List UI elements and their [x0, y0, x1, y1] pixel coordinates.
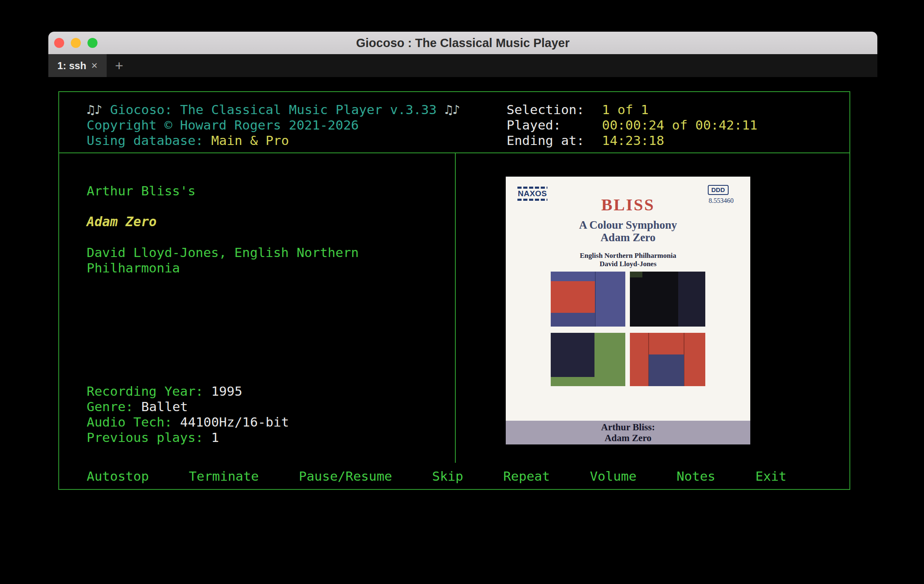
work-title: Adam Zero — [87, 214, 387, 230]
tab-label: 1: ssh — [57, 60, 86, 72]
composer-line: Arthur Bliss's — [87, 183, 387, 199]
detail-row: Audio Tech:44100Hz/16-bit — [87, 414, 289, 430]
menu-item-notes[interactable]: Notes — [677, 469, 715, 484]
album-composer: BLISS — [506, 195, 750, 215]
detail-value: 1 — [211, 430, 219, 445]
detail-label: Recording Year: — [87, 384, 203, 399]
caption-line-1: Arthur Bliss: — [506, 422, 750, 433]
now-playing-panel: Arthur Bliss's Adam Zero David Lloyd-Jon… — [59, 153, 456, 463]
app-title-line: ♫♪Giocoso: The Classical Music Player v.… — [87, 102, 460, 117]
album-work-1: A Colour Symphony — [506, 219, 750, 232]
detail-label: Genre: — [87, 399, 133, 414]
terminal-window: Giocoso : The Classical Music Player 1: … — [48, 32, 877, 528]
ddd-badge: DDD — [708, 185, 729, 195]
window-title: Giocoso : The Classical Music Player — [356, 36, 570, 50]
menu-item-volume[interactable]: Volume — [590, 469, 637, 484]
menu-item-terminate[interactable]: Terminate — [189, 469, 259, 484]
detail-value: Ballet — [141, 399, 188, 414]
status-value: 00:00:24 of 00:42:11 — [602, 117, 757, 132]
giocoso-frame: ♫♪Giocoso: The Classical Music Player v.… — [58, 91, 850, 490]
tab-bar: 1: ssh × + — [48, 54, 877, 77]
album-panel: NAXOS DDD 8.553460 BLISS A Colour Sympho… — [456, 153, 849, 463]
album-work-2: Adam Zero — [506, 231, 750, 244]
status-value: 14:23:18 — [602, 133, 664, 148]
detail-label: Audio Tech: — [87, 414, 172, 429]
paintings-grid — [551, 272, 705, 386]
status-row: Selection:1 of 1 — [507, 102, 757, 117]
detail-row: Genre:Ballet — [87, 399, 289, 414]
caption-line-2: Adam Zero — [506, 433, 750, 444]
database-label: Using database: — [87, 133, 203, 148]
database-value: Main & Pro — [211, 133, 289, 148]
music-notes-icon: ♫♪ — [445, 102, 460, 117]
close-window-button[interactable] — [54, 38, 64, 48]
database-line: Using database:Main & Pro — [87, 133, 460, 148]
status-row: Ending at:14:23:18 — [507, 133, 757, 148]
detail-row: Previous plays:1 — [87, 430, 289, 445]
performers-line: David Lloyd-Jones, English Northern Phil… — [87, 245, 387, 276]
header-left: ♫♪Giocoso: The Classical Music Player v.… — [87, 102, 460, 148]
detail-row: Recording Year:1995 — [87, 384, 289, 399]
menu-bar: Autostop Terminate Pause/Resume Skip Rep… — [59, 463, 849, 489]
menu-item-repeat[interactable]: Repeat — [503, 469, 550, 484]
album-conductor: David Lloyd-Jones — [506, 260, 750, 268]
menu-item-pause-resume[interactable]: Pause/Resume — [299, 469, 392, 484]
window-titlebar: Giocoso : The Classical Music Player — [48, 32, 877, 54]
status-label: Ending at: — [507, 133, 602, 148]
painting-1 — [551, 272, 625, 327]
menu-item-autostop[interactable]: Autostop — [87, 469, 149, 484]
album-caption: Arthur Bliss: Adam Zero — [506, 421, 750, 444]
painting-3 — [551, 333, 625, 386]
tab-close-icon[interactable]: × — [91, 59, 97, 72]
terminal-screen: ♫♪Giocoso: The Classical Music Player v.… — [48, 77, 877, 528]
now-playing-text: Arthur Bliss's Adam Zero David Lloyd-Jon… — [87, 183, 387, 276]
minimize-window-button[interactable] — [71, 38, 81, 48]
album-orchestra: English Northern Philharmonia — [506, 252, 750, 260]
detail-label: Previous plays: — [87, 430, 203, 445]
status-label: Selection: — [507, 102, 602, 117]
zoom-window-button[interactable] — [87, 38, 97, 48]
main-area: Arthur Bliss's Adam Zero David Lloyd-Jon… — [59, 153, 849, 463]
status-value: 1 of 1 — [602, 102, 649, 117]
album-art: NAXOS DDD 8.553460 BLISS A Colour Sympho… — [506, 177, 750, 444]
detail-value: 1995 — [211, 384, 242, 399]
detail-value: 44100Hz/16-bit — [180, 414, 289, 429]
details-list: Recording Year:1995 Genre:Ballet Audio T… — [87, 384, 289, 445]
traffic-lights — [54, 32, 97, 54]
status-label: Played: — [507, 117, 602, 133]
status-row: Played:00:00:24 of 00:42:11 — [507, 117, 757, 133]
menu-item-exit[interactable]: Exit — [755, 469, 787, 484]
music-notes-icon: ♫♪ — [87, 102, 102, 117]
app-title: Giocoso: The Classical Music Player v.3.… — [110, 102, 437, 117]
tab-ssh[interactable]: 1: ssh × — [48, 54, 107, 77]
header-status: Selection:1 of 1 Played:00:00:24 of 00:4… — [507, 102, 757, 148]
menu-item-skip[interactable]: Skip — [432, 469, 463, 484]
copyright-line: Copyright © Howard Rogers 2021-2026 — [87, 117, 460, 133]
painting-2 — [630, 272, 705, 327]
painting-4 — [630, 333, 705, 386]
header-panel: ♫♪Giocoso: The Classical Music Player v.… — [59, 92, 849, 153]
new-tab-button[interactable]: + — [107, 54, 132, 77]
